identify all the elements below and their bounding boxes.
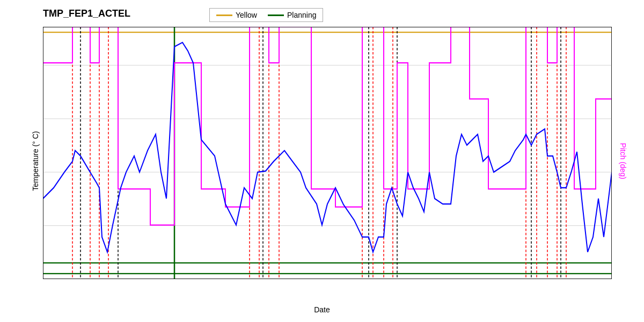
yellow-line-icon bbox=[216, 14, 232, 16]
planning-label: Planning bbox=[287, 11, 317, 19]
chart-svg: 0 10 20 30 40 40 60 80 100 120 140 160 1… bbox=[43, 27, 612, 279]
legend-yellow: Yellow bbox=[216, 11, 257, 19]
y-left-label: Temperature (° C) bbox=[31, 131, 40, 191]
chart-title: TMP_FEP1_ACTEL bbox=[43, 8, 130, 19]
chart-container: TMP_FEP1_ACTEL Yellow Planning Temperatu… bbox=[0, 0, 644, 322]
x-label: Date bbox=[314, 305, 330, 314]
planning-line-icon bbox=[268, 14, 284, 16]
legend: Yellow Planning bbox=[209, 8, 323, 22]
yellow-label: Yellow bbox=[236, 11, 257, 19]
y-right-label: Pitch (deg) bbox=[619, 143, 627, 179]
legend-planning: Planning bbox=[268, 11, 317, 19]
